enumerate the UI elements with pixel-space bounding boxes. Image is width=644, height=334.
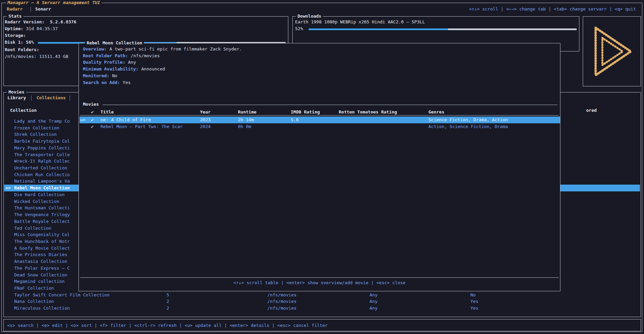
collection-movie-count: 5 — [166, 292, 169, 298]
selection-marker: => — [80, 117, 86, 123]
top-keybind-hints: <↑↓> scroll | <←→> change tab | <tab> ch… — [469, 6, 636, 12]
collection-name: The Princess Diaries — [14, 251, 67, 258]
collection-name: Chicken Run Collectio — [14, 171, 70, 178]
selection-marker: => — [5, 185, 11, 191]
detail-field-label: Minimum Availability: — [83, 66, 138, 71]
stats-panel-title: Stats — [7, 14, 23, 19]
collection-name: The Transporter Colle — [14, 151, 70, 158]
root-folders-label: Root Folders: — [5, 47, 39, 53]
detail-field-label: Monitored: — [83, 73, 109, 78]
popup-movie-list: =>✔ne: A Child of Fire20232h 14m5.6Scien… — [80, 117, 560, 130]
popup-title: Rebel Moon Collection — [85, 40, 144, 45]
popup-movies-header: ✔TitleYearRuntimeIMDB RatingRotten Tomat… — [80, 109, 560, 116]
collection-name: The Vengeance Trilogy — [14, 211, 70, 218]
collection-movie-count: 2 — [166, 305, 169, 312]
collection-name: The Hunchback of Notr — [14, 238, 70, 245]
collection-flag: No — [470, 292, 476, 298]
tab-library[interactable]: Library — [7, 95, 26, 101]
detail-field: Overview:A two-part sci-fi epic from fil… — [83, 46, 242, 53]
collection-name: The Huntsman Collecti — [14, 205, 70, 211]
detail-field-value: Announced — [141, 66, 165, 71]
bottom-keybind-hints: <s> search | <e> edit | <o> sort | <f> f… — [7, 323, 328, 328]
tab-collections[interactable]: Collections — [37, 95, 66, 101]
stat-version: Radarr Version:5.2.6.8376 — [5, 19, 76, 25]
movie-row[interactable]: ✔Rebel Moon – Part Two: The Scar20240h 0… — [80, 123, 560, 130]
collection-name: National Lampoon's Va — [14, 178, 70, 185]
movie-year: 2024 — [200, 123, 210, 130]
popup-fields: Overview:A two-part sci-fi epic from fil… — [83, 46, 242, 86]
movie-row[interactable]: =>✔ne: A Child of Fire20232h 14m5.6Scien… — [80, 117, 560, 123]
movie-title: ne: A Child of Fire — [101, 117, 151, 123]
collection-name: The Polar Express – C — [14, 265, 70, 272]
detail-field-value: No — [112, 73, 117, 78]
movie-runtime: 0h 0m — [238, 123, 251, 130]
collection-name: Wicked Collection — [14, 198, 59, 205]
stat-version-label: Radarr Version: — [5, 19, 44, 24]
movies-tab-divider-2 — [70, 96, 70, 101]
title-column-header: Title — [101, 109, 114, 116]
tab-radarr[interactable]: Radarr — [7, 6, 23, 12]
tab-sonarr[interactable]: Sonarr — [35, 6, 51, 12]
stat-uptime: Uptime:31d 04:35:37 — [5, 26, 58, 32]
detail-field-value: Yes — [123, 80, 131, 85]
detail-field-value: /nfs/movies — [131, 53, 160, 58]
collection-row[interactable]: Miraculous Collection2/nfs/moviesAnyYes — [4, 305, 640, 312]
collection-name: Mary Poppins Collecti — [14, 145, 70, 151]
download-percent-label: 52% — [295, 26, 303, 32]
managarr-app: Managarr – A Servarr management TUI Rada… — [0, 0, 644, 334]
collection-name: Battle Royale Collect — [14, 218, 70, 225]
collection-flag: Yes — [470, 298, 478, 305]
detail-field-value: Any — [128, 60, 136, 65]
popup-footer-rule — [80, 277, 559, 278]
movie-imdb-rating: 5.6 — [291, 117, 298, 123]
collection-quality-profile: Any — [370, 305, 377, 312]
collection-name: Shrek Collection — [14, 131, 57, 138]
collection-name: Nana Collection — [14, 298, 54, 305]
collection-name: Miss Congeniality Col — [14, 231, 70, 238]
managarr-play-logo-icon — [588, 24, 636, 79]
collection-name: Miraculous Collection — [14, 305, 70, 312]
collection-name: Die Hard Collection — [14, 191, 65, 198]
disk-usage-label: Disk 1: 56% — [5, 40, 34, 45]
movies-panel-title: Movies — [7, 89, 26, 95]
footer-bar: <s> search | <e> edit | <o> sort | <f> f… — [3, 319, 641, 331]
popup-movies-title: Movies — [83, 102, 99, 107]
tab-divider — [30, 7, 31, 12]
movie-genres: Action, Science Fiction, Drama — [428, 123, 508, 130]
collection-name: Wreck-It Ralph Collec — [14, 158, 70, 165]
collection-quality-profile: Any — [370, 292, 377, 298]
stat-uptime-label: Uptime: — [5, 26, 23, 31]
collection-name: Dead Snow Collection — [14, 272, 67, 278]
detail-field: Minimum Availability:Announced — [83, 66, 242, 72]
collection-row[interactable]: Taylor Swift Concert Film Collection5/nf… — [4, 292, 640, 298]
collection-name: Taylor Swift Concert Film Collection — [14, 292, 110, 298]
stat-storage-label: Storage: — [5, 33, 26, 38]
rotten-tomatoes-column-header: Rotten Tomatoes Rating — [339, 109, 397, 116]
collection-movie-count: 2 — [166, 298, 169, 305]
collection-root-folder: /nfs/movies — [267, 292, 296, 298]
logo-panel — [583, 16, 641, 86]
collection-name: Rebel Moon Collection — [14, 185, 70, 191]
monitored-column-header-partial: ored — [586, 108, 597, 113]
collection-name: Ted Collection — [14, 225, 51, 232]
detail-field-label: Root Folder Path: — [83, 53, 128, 58]
movie-genres: Science Fiction, Drama, Action — [428, 117, 508, 123]
stat-uptime-value: 31d 04:35:37 — [26, 26, 58, 31]
collection-root-folder: /nfs/movies — [267, 305, 296, 312]
collection-name: FNaF Collection — [14, 285, 54, 292]
app-title: Managarr – A Servarr management TUI — [6, 0, 102, 5]
collection-column-header: Collection — [10, 108, 37, 113]
collection-name: Lady and the Tramp Co — [14, 118, 70, 125]
year-column-header: Year — [200, 109, 210, 116]
popup-keybind-hints: <↑↓> scroll table | <enter> show overvie… — [79, 280, 560, 285]
movie-title: Rebel Moon – Part Two: The Scar — [101, 123, 183, 130]
detail-field: Monitored:No — [83, 72, 242, 79]
detail-field-value: A two-part sci-fi epic from filmmaker Za… — [109, 46, 242, 51]
popup-movies-title-rule — [103, 105, 557, 105]
collection-row[interactable]: Nana Collection2/nfs/moviesAnyYes — [4, 298, 640, 305]
collection-flag: Yes — [470, 305, 478, 312]
imdb-column-header: IMDB Rating — [291, 109, 320, 116]
collection-details-popup: Rebel Moon Collection Overview:A two-par… — [79, 43, 560, 291]
detail-field-label: Quality Profile: — [83, 60, 125, 65]
monitored-check-icon: ✔ — [91, 123, 94, 130]
